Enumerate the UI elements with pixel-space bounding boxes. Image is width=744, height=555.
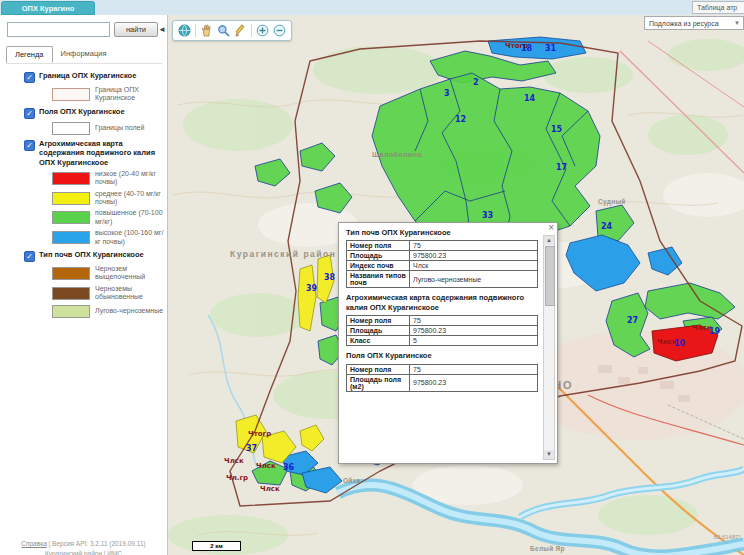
zoom-out-icon[interactable] bbox=[272, 23, 287, 38]
help-link[interactable]: Справка bbox=[21, 540, 47, 547]
svg-text:10: 10 bbox=[674, 339, 686, 348]
popup-section-title: Агрохимическая карта содержания подвижно… bbox=[346, 293, 538, 312]
legend-swatch bbox=[52, 231, 90, 244]
zoom-box-icon[interactable] bbox=[216, 23, 231, 38]
attribute-name: Номер поля bbox=[347, 316, 410, 326]
legend-swatch bbox=[52, 211, 90, 224]
tab-information[interactable]: Информация bbox=[53, 46, 115, 63]
svg-text:Шалоболино: Шалоболино bbox=[372, 151, 422, 158]
legend-swatch bbox=[52, 122, 90, 135]
svg-text:Члск: Члск bbox=[224, 457, 244, 465]
sidebar-tabs: Легенда Информация bbox=[6, 46, 162, 64]
attribute-value: Лугово-черноземные bbox=[410, 271, 538, 288]
attribute-value: 75 bbox=[410, 316, 538, 326]
legend-item-label: Границы полей bbox=[95, 124, 144, 132]
zoom-in-icon[interactable] bbox=[255, 23, 270, 38]
coordinates-readout: 82.61487° bbox=[714, 534, 741, 540]
svg-text:Судный: Судный bbox=[598, 198, 626, 206]
legend-item-label: повышенное (70-100 мг/кг) bbox=[95, 209, 164, 226]
scrollbar-thumb[interactable] bbox=[545, 246, 555, 306]
attribute-name: Площадь bbox=[347, 251, 410, 261]
attribute-name: Индекс почв bbox=[347, 261, 410, 271]
legend-swatch bbox=[52, 267, 90, 280]
basemap-select-value: Подложка из ресурса bbox=[649, 20, 719, 27]
pan-hand-icon[interactable] bbox=[199, 23, 214, 38]
legend-item-label: высокое (100-160 мг/кг почвы) bbox=[95, 229, 164, 246]
map-container: ШалоболиноКурагинский районСудныйГИНООйх… bbox=[168, 15, 744, 555]
layer-checkbox[interactable]: ✓ bbox=[24, 72, 35, 83]
attribute-value: 75 bbox=[410, 241, 538, 251]
top-bar: ОПХ Курагино Таблица атр bbox=[0, 0, 744, 16]
layer-label: Граница ОПХ Курагинское bbox=[39, 71, 164, 80]
attribute-name: Площадь bbox=[347, 326, 410, 336]
tab-legend[interactable]: Легенда bbox=[6, 46, 53, 63]
attribute-value: Члск bbox=[410, 261, 538, 271]
svg-text:37: 37 bbox=[246, 444, 257, 453]
globe-icon[interactable] bbox=[177, 23, 192, 38]
layer-label: Поля ОПХ Курагинское bbox=[39, 107, 164, 116]
svg-text:Члск: Члск bbox=[256, 462, 276, 470]
svg-text:18: 18 bbox=[521, 44, 533, 53]
svg-text:12: 12 bbox=[455, 115, 466, 124]
legend-swatch bbox=[52, 172, 90, 185]
attribute-value: 75 bbox=[410, 364, 538, 374]
layer-label: Агрохимическая карта содержания подвижно… bbox=[39, 139, 164, 167]
legend-item-label: Чернозем выщелоченный bbox=[95, 265, 164, 282]
attribute-table: Номер поля75Площадь поля (м2)975800.23 bbox=[346, 364, 538, 392]
svg-text:31: 31 bbox=[545, 44, 557, 53]
svg-text:24: 24 bbox=[601, 222, 613, 231]
gis-application: ОПХ Курагино Таблица атр найти ◄ Легенда… bbox=[0, 0, 744, 555]
attribute-value: 975800.23 bbox=[410, 374, 538, 391]
close-icon[interactable]: × bbox=[548, 223, 554, 233]
sidebar: найти ◄ Легенда Информация ✓Граница ОПХ … bbox=[0, 15, 168, 555]
layer-label: Тип почв ОПХ Курагинскоое bbox=[39, 250, 164, 259]
legend-item-label: Граница ОПХ Курагинское bbox=[95, 86, 164, 103]
layer-checkbox[interactable]: ✓ bbox=[24, 251, 35, 262]
svg-text:15: 15 bbox=[551, 125, 563, 134]
basemap-select[interactable]: Подложка из ресурса ▼ bbox=[644, 16, 744, 30]
layer-checkbox[interactable]: ✓ bbox=[24, 108, 35, 119]
svg-text:19: 19 bbox=[709, 327, 721, 336]
find-button[interactable]: найти bbox=[114, 22, 158, 37]
attribute-table-button[interactable]: Таблица атр bbox=[692, 1, 744, 14]
legend-item-label: Черноземы обыкновенные bbox=[95, 285, 164, 302]
svg-text:14: 14 bbox=[524, 94, 536, 103]
svg-text:Курагинский район: Курагинский район bbox=[230, 249, 336, 259]
popup-body: Тип почв ОПХ КурагинскооеНомер поля75Пло… bbox=[346, 228, 538, 392]
attribute-table: Номер поля75Площадь975800.23Класс5 bbox=[346, 315, 538, 346]
svg-text:Белый Яр: Белый Яр bbox=[530, 545, 565, 553]
api-version: | Версия API: 3.2.11 (2019.09.11) bbox=[49, 540, 146, 547]
scroll-up-icon[interactable]: ▲ bbox=[544, 236, 554, 245]
legend-swatch bbox=[52, 192, 90, 205]
svg-text:27: 27 bbox=[627, 316, 638, 325]
svg-text:Чтогр: Чтогр bbox=[248, 430, 271, 438]
chevron-down-icon: ▼ bbox=[734, 17, 740, 30]
svg-text:36: 36 bbox=[283, 463, 295, 472]
popup-section-title: Тип почв ОПХ Курагинскоое bbox=[346, 228, 538, 237]
tab-opkh-kuragino[interactable]: ОПХ Курагино bbox=[1, 1, 95, 15]
attribute-table: Номер поля75Площадь975800.23Индекс почвЧ… bbox=[346, 240, 538, 288]
sidebar-collapse-icon[interactable]: ◄ bbox=[158, 25, 166, 34]
map-toolbar bbox=[172, 20, 292, 41]
attribute-value: 975800.23 bbox=[410, 326, 538, 336]
svg-text:38: 38 bbox=[324, 273, 336, 282]
layer-checkbox[interactable]: ✓ bbox=[24, 140, 35, 151]
attribute-name: Класс bbox=[347, 336, 410, 346]
sidebar-footer: Справка | Версия API: 3.2.11 (2019.09.11… bbox=[0, 539, 167, 555]
measure-icon[interactable] bbox=[233, 23, 248, 38]
legend-swatch bbox=[52, 305, 90, 318]
feature-info-popup: × Тип почв ОПХ КурагинскооеНомер поля75П… bbox=[338, 222, 558, 464]
attribute-name: Номер поля bbox=[347, 364, 410, 374]
popup-section-title: Поля ОПХ Курагинское bbox=[346, 351, 538, 360]
search-row: найти bbox=[7, 22, 158, 37]
svg-text:Чл.гр: Чл.гр bbox=[226, 474, 248, 482]
popup-scrollbar[interactable]: ▲ ▼ bbox=[543, 235, 555, 460]
search-input[interactable] bbox=[7, 22, 110, 37]
attribute-value: 5 bbox=[410, 336, 538, 346]
svg-text:2: 2 bbox=[473, 78, 479, 87]
footer-line2: Курагинский район | ИМС bbox=[0, 549, 167, 555]
legend-tree: ✓Граница ОПХ КурагинскоеГраница ОПХ Кура… bbox=[0, 67, 168, 321]
svg-text:33: 33 bbox=[482, 211, 493, 220]
scroll-down-icon[interactable]: ▼ bbox=[544, 450, 554, 459]
svg-text:17: 17 bbox=[556, 163, 567, 172]
